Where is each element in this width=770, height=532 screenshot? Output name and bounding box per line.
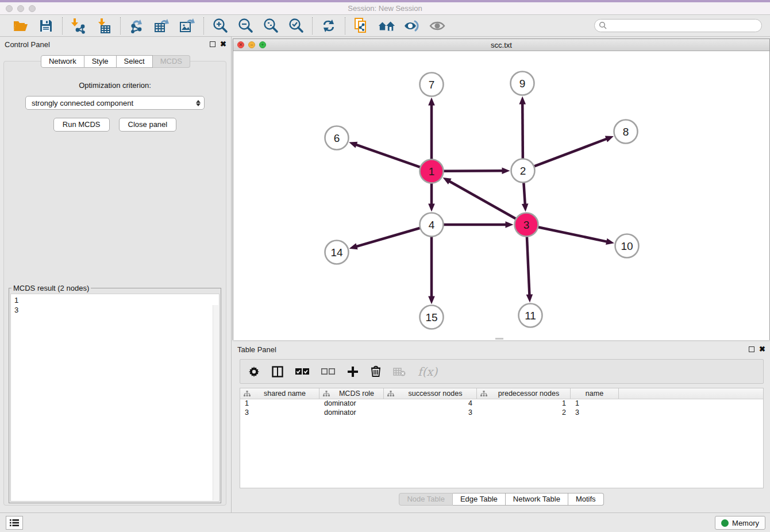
create-column-icon[interactable] [347, 366, 359, 377]
graph-edge[interactable] [522, 103, 523, 159]
edge-arrowhead [606, 238, 614, 245]
export-network-icon[interactable] [128, 17, 145, 34]
node-label: 9 [519, 78, 526, 90]
task-history-button[interactable] [6, 516, 23, 530]
node-label: 10 [621, 240, 633, 252]
tab-select[interactable]: Select [117, 55, 153, 68]
export-table-icon[interactable] [153, 17, 171, 34]
cell-shared-name[interactable]: 1 [240, 399, 319, 408]
node-label: 4 [429, 219, 435, 231]
select-arrows-icon [196, 100, 201, 106]
close-panel-icon[interactable]: ✖ [220, 41, 226, 47]
run-mcds-button[interactable]: Run MCDS [53, 118, 110, 132]
table-settings-icon[interactable] [248, 366, 260, 377]
cell-predecessor-nodes[interactable]: 1 [477, 399, 571, 408]
zoom-selected-icon[interactable] [287, 17, 305, 34]
tab-network-table[interactable]: Network Table [506, 493, 568, 506]
cell-name[interactable]: 3 [571, 408, 619, 418]
graph-edge[interactable] [356, 144, 421, 167]
memory-button[interactable]: Memory [715, 516, 765, 530]
graph-edge[interactable] [356, 228, 420, 247]
search-input[interactable] [594, 19, 762, 32]
function-builder-icon: f(x) [418, 365, 437, 379]
first-neighbors-icon[interactable] [378, 17, 395, 34]
show-all-icon[interactable] [429, 17, 446, 34]
cell-successor-nodes[interactable]: 4 [384, 399, 477, 408]
window-resize-grip[interactable] [495, 338, 503, 340]
column-header-mcds-role[interactable]: MCDS role [319, 388, 384, 399]
column-split-icon[interactable] [272, 366, 283, 377]
hide-selected-icon[interactable] [403, 17, 421, 34]
result-scrollbar[interactable] [213, 305, 218, 500]
select-all-columns-icon[interactable] [295, 368, 309, 376]
edge-arrowhead [506, 221, 514, 228]
graph-edge[interactable] [538, 227, 607, 242]
import-table-icon[interactable] [95, 17, 113, 34]
graph-edge[interactable] [534, 138, 607, 166]
node-label: 1 [429, 165, 435, 178]
graph-edge[interactable] [449, 181, 516, 219]
control-panel-tabs: Network Style Select MCDS [0, 55, 231, 68]
tab-edge-table[interactable]: Edge Table [453, 493, 506, 506]
save-session-icon[interactable] [37, 17, 55, 34]
edge-arrowhead [526, 294, 533, 302]
criterion-select[interactable]: strongly connected component [25, 96, 205, 110]
column-type-icon [387, 391, 394, 397]
node-label: 2 [520, 165, 526, 177]
float-table-panel-icon[interactable] [749, 346, 754, 352]
tab-mcds[interactable]: MCDS [153, 55, 190, 68]
cell-name[interactable]: 1 [571, 399, 619, 408]
cell-predecessor-nodes[interactable]: 2 [477, 408, 571, 418]
import-network-icon[interactable] [70, 17, 87, 34]
node-label: 3 [523, 219, 530, 231]
cell-successor-nodes[interactable]: 3 [384, 408, 477, 418]
close-table-panel-icon[interactable]: ✖ [759, 346, 765, 352]
search-container [594, 19, 762, 32]
edge-arrowhead [502, 167, 510, 174]
zoom-fit-icon[interactable] [262, 17, 279, 34]
network-window-titlebar[interactable]: ✕ − + scc.txt [233, 39, 769, 51]
cell-mcds-role[interactable]: dominator [319, 399, 384, 408]
export-image-icon[interactable] [179, 17, 196, 34]
table-row[interactable]: 3 dominator 3 2 3 [240, 408, 763, 418]
network-canvas[interactable]: 7968124314101511 [233, 51, 769, 340]
graph-edge[interactable] [443, 171, 503, 171]
column-header-predecessor-nodes[interactable]: predecessor nodes [477, 388, 571, 399]
graph-edge[interactable] [523, 182, 525, 205]
tab-motifs[interactable]: Motifs [568, 493, 604, 506]
close-panel-button[interactable]: Close panel [119, 118, 177, 132]
table-toolbar: f(x) [240, 359, 764, 384]
column-header-name[interactable]: name [571, 388, 619, 399]
column-header-shared-name[interactable]: shared name [240, 388, 319, 399]
delete-column-icon[interactable] [371, 365, 381, 377]
tab-style[interactable]: Style [84, 55, 117, 68]
cell-mcds-role[interactable]: dominator [319, 408, 384, 418]
float-panel-icon[interactable] [210, 41, 215, 47]
optimization-criterion-label: Optimization criterion: [4, 81, 226, 90]
unselect-all-columns-icon[interactable] [321, 368, 335, 376]
open-session-icon[interactable] [12, 17, 29, 34]
edge-arrowhead [522, 203, 529, 211]
column-header-successor-nodes[interactable]: successor nodes [384, 388, 477, 399]
column-type-icon [244, 391, 251, 397]
node-table: shared name MCDS role successor nodes pr… [240, 388, 764, 488]
graph-edge[interactable] [527, 236, 530, 295]
task-list-icon [10, 519, 19, 527]
node-label: 8 [623, 126, 629, 138]
table-panel-title: Table Panel [237, 345, 276, 354]
clone-network-icon[interactable] [353, 17, 370, 34]
apply-layout-icon[interactable] [320, 17, 337, 34]
cell-shared-name[interactable]: 3 [240, 408, 319, 418]
table-row[interactable]: 1 dominator 4 1 1 [240, 399, 763, 408]
main-toolbar [0, 15, 770, 37]
zoom-out-icon[interactable] [237, 17, 254, 34]
column-type-icon [480, 391, 487, 397]
network-graph[interactable]: 7968124314101511 [233, 51, 769, 340]
tab-network[interactable]: Network [41, 55, 84, 68]
tab-node-table[interactable]: Node Table [399, 493, 453, 506]
mcds-result-textarea[interactable]: 1 3 [10, 294, 220, 502]
network-title: scc.txt [233, 41, 769, 49]
table-header-row: shared name MCDS role successor nodes pr… [240, 388, 763, 399]
zoom-in-icon[interactable] [211, 17, 229, 34]
memory-status-icon [721, 519, 729, 527]
